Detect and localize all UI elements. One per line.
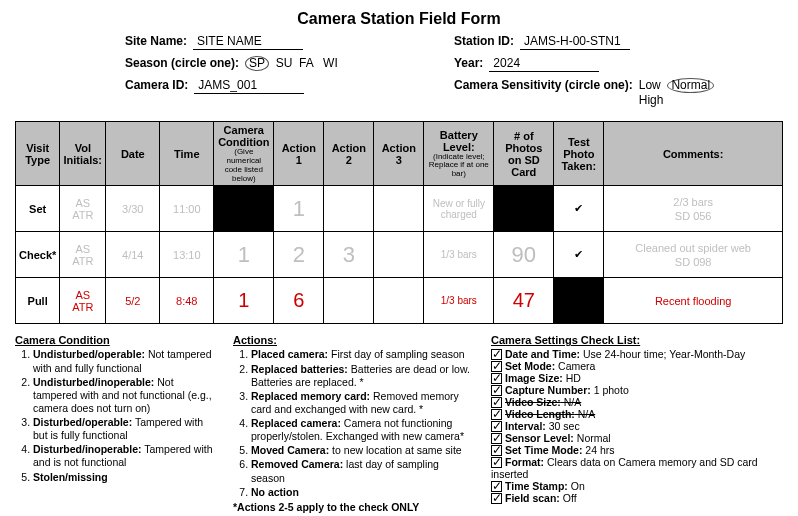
checklist-item[interactable]: Time Stamp: On [491,480,783,492]
col-test: Test Photo Taken: [554,122,604,186]
legend-condition: Camera Condition Undisturbed/operable: N… [15,334,215,484]
table-row: PullASATR5/28:48161/3 bars47Recent flood… [16,278,783,324]
legend-item: Replaced memory card: Removed memory car… [251,390,473,416]
sens-low[interactable]: Low [639,78,661,92]
table-row: SetASATR3/3011:001New or fully charged✔2… [16,186,783,232]
camera-id-value[interactable]: JAMS_001 [194,78,304,94]
checklist-item[interactable]: Video Size: N/A [491,396,783,408]
col-a2: Action 2 [324,122,374,186]
legend-item: Placed camera: First day of sampling sea… [251,348,473,361]
legend-actions: Actions: Placed camera: First day of sam… [233,334,473,512]
season-su[interactable]: SU [276,56,293,70]
checklist-item[interactable]: Format: Clears data on Camera memory and… [491,456,783,480]
checklist-item[interactable]: Date and Time: Use 24-hour time; Year-Mo… [491,348,783,360]
legend-item: Undisturbed/inoperable: Not tampered wit… [33,376,215,415]
site-name-label: Site Name: [125,34,187,48]
legend-item: Replaced camera: Camera not functioning … [251,417,473,443]
col-cond: Camera Condition(Give numerical code lis… [214,122,274,186]
year-value[interactable]: 2024 [489,56,599,72]
station-id-value[interactable]: JAMS-H-00-STN1 [520,34,630,50]
col-a1: Action 1 [274,122,324,186]
legend-item: Undisturbed/operable: Not tampered with … [33,348,215,374]
actions-note: *Actions 2-5 apply to the check ONLY [233,501,473,513]
checklist-item[interactable]: Interval: 30 sec [491,420,783,432]
sens-high[interactable]: High [639,93,664,107]
legend-checklist: Camera Settings Check List: Date and Tim… [491,334,783,504]
checklist-item[interactable]: Capture Number: 1 photo [491,384,783,396]
station-id-label: Station ID: [454,34,514,48]
checklist-item[interactable]: Field scan: Off [491,492,783,504]
sensitivity-label: Camera Sensitivity (circle one): [454,78,633,92]
season-fa[interactable]: FA [299,56,313,70]
sensitivity-options[interactable]: Low Normal High [639,78,743,107]
checklist-item[interactable]: Set Mode: Camera [491,360,783,372]
year-label: Year: [454,56,483,70]
legend-area: Camera Condition Undisturbed/operable: N… [15,334,783,512]
header-fields: Site Name: SITE NAME Station ID: JAMS-H-… [125,34,743,107]
camera-id-label: Camera ID: [125,78,188,92]
legend-item: Disturbed/inoperable: Tampered with and … [33,443,215,469]
legend-item: Stolen/missing [33,471,215,484]
visits-table: Visit Type Vol Initials: Date Time Camer… [15,121,783,324]
col-vol: Vol Initials: [60,122,106,186]
col-photos: # of Photos on SD Card [494,122,554,186]
season-wi[interactable]: WI [323,56,338,70]
col-comments: Comments: [604,122,783,186]
season-label: Season (circle one): [125,56,239,70]
col-battery: Battery Level:(Indicate level; Replace i… [424,122,494,186]
table-row: Check*ASATR4/1413:101231/3 bars90✔Cleane… [16,232,783,278]
form-title: Camera Station Field Form [15,10,783,28]
col-visit: Visit Type [16,122,60,186]
col-time: Time [160,122,214,186]
legend-item: Removed Camera: last day of sampling sea… [251,458,473,484]
sens-normal[interactable]: Normal [667,78,714,93]
col-a3: Action 3 [374,122,424,186]
checklist-item[interactable]: Sensor Level: Normal [491,432,783,444]
legend-item: No action [251,486,473,499]
checklist-item[interactable]: Video Length: N/A [491,408,783,420]
checklist-item[interactable]: Set Time Mode: 24 hrs [491,444,783,456]
season-sp[interactable]: SP [245,56,269,71]
season-options[interactable]: SP SU FA WI [245,56,338,71]
checklist-item[interactable]: Image Size: HD [491,372,783,384]
site-name-value[interactable]: SITE NAME [193,34,303,50]
legend-item: Moved Camera: to new location at same si… [251,444,473,457]
legend-item: Disturbed/operable: Tampered with but is… [33,416,215,442]
col-date: Date [106,122,160,186]
legend-item: Replaced batteries: Batteries are dead o… [251,363,473,389]
